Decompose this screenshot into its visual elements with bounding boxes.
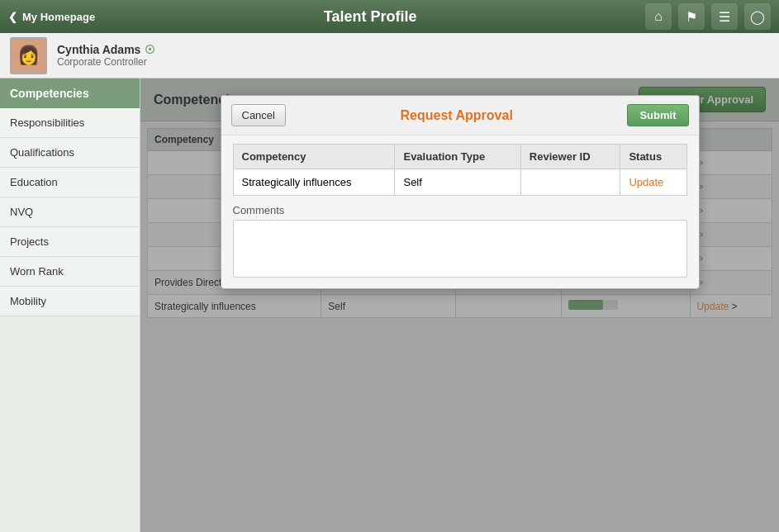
- modal-row-competency: Strategically influences: [233, 169, 395, 196]
- sidebar-item-education[interactable]: Education: [0, 168, 140, 197]
- profile-info: Cynthia Adams ☉ Corporate Controller: [57, 43, 155, 68]
- modal-col-status: Status: [620, 145, 686, 169]
- submit-button[interactable]: Submit: [627, 104, 688, 126]
- sidebar-header: Competencies: [0, 78, 140, 108]
- profile-name-text: Cynthia Adams: [57, 43, 140, 56]
- modal-header: Cancel Request Approval Submit: [221, 96, 699, 135]
- modal-table-row: Strategically influences Self Update: [233, 169, 686, 196]
- flag-icon[interactable]: ⚑: [678, 3, 705, 30]
- modal-col-reviewer-id: Reviewer ID: [520, 145, 620, 169]
- modal-col-competency: Competency: [233, 145, 395, 169]
- back-chevron-icon: ❮: [8, 11, 17, 23]
- sidebar-item-qualifications[interactable]: Qualifications: [0, 138, 140, 168]
- comments-label: Comments: [233, 204, 687, 216]
- profile-bar: 👩 Cynthia Adams ☉ Corporate Controller: [0, 33, 779, 78]
- modal-row-reviewer-id: [520, 169, 620, 196]
- menu-icon[interactable]: ☰: [711, 3, 738, 30]
- top-navigation: ❮ My Homepage Talent Profile ⌂ ⚑ ☰ ◯: [0, 0, 779, 33]
- profile-job-title: Corporate Controller: [57, 56, 155, 68]
- sidebar-item-mobility[interactable]: Mobility: [0, 287, 140, 316]
- cancel-button[interactable]: Cancel: [231, 104, 286, 126]
- page-title: Talent Profile: [95, 8, 645, 26]
- sidebar: Competencies Responsibilities Qualificat…: [0, 78, 140, 532]
- modal-col-eval-type: Evaluation Type: [395, 145, 520, 169]
- content-area: Competencies Submit for Approval Compete…: [140, 78, 779, 532]
- sidebar-item-responsibilities[interactable]: Responsibilities: [0, 108, 140, 138]
- homepage-link[interactable]: My Homepage: [22, 11, 95, 23]
- verified-check-icon: ☉: [145, 43, 155, 56]
- sidebar-item-nvq[interactable]: NVQ: [0, 197, 140, 227]
- request-approval-modal: Cancel Request Approval Submit Competenc…: [221, 95, 700, 289]
- user-circle-icon[interactable]: ◯: [744, 3, 771, 30]
- main-layout: Competencies Responsibilities Qualificat…: [0, 78, 779, 532]
- nav-icons: ⌂ ⚑ ☰ ◯: [645, 3, 771, 30]
- modal-row-eval-type: Self: [395, 169, 520, 196]
- sidebar-item-worn-rank[interactable]: Worn Rank: [0, 257, 140, 287]
- modal-body: Competency Evaluation Type Reviewer ID S…: [221, 135, 699, 288]
- sidebar-item-projects[interactable]: Projects: [0, 227, 140, 257]
- modal-title: Request Approval: [286, 108, 627, 123]
- modal-row-status[interactable]: Update: [620, 169, 686, 196]
- comments-textarea[interactable]: [233, 220, 687, 278]
- avatar: 👩: [10, 37, 47, 74]
- modal-overlay: Cancel Request Approval Submit Competenc…: [140, 78, 779, 532]
- home-icon[interactable]: ⌂: [645, 3, 672, 30]
- modal-table: Competency Evaluation Type Reviewer ID S…: [233, 144, 687, 196]
- back-nav[interactable]: ❮ My Homepage: [8, 11, 95, 23]
